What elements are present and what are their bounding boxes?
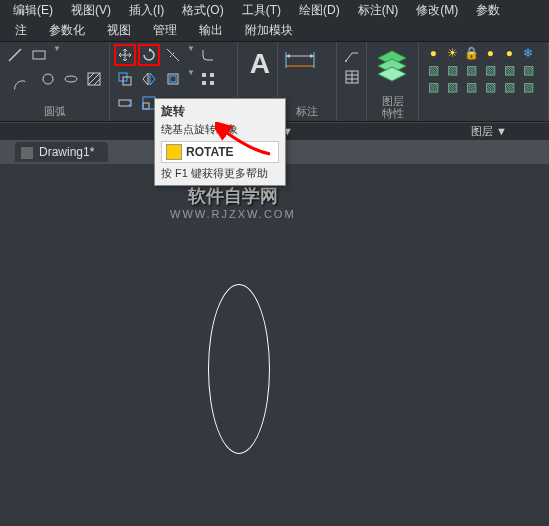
tooltip-rotate: 旋转 绕基点旋转对象 ROTATE 按 F1 键获得更多帮助 xyxy=(154,98,286,186)
stretch-icon[interactable] xyxy=(114,92,136,114)
rotate-icon[interactable] xyxy=(138,44,160,66)
layer-properties-icon[interactable] xyxy=(371,44,413,86)
layer-stack-icon[interactable]: ▧ xyxy=(463,80,479,94)
mirror-icon[interactable] xyxy=(138,68,160,90)
hatch-icon[interactable] xyxy=(84,68,105,90)
layer-stack-icon[interactable]: ▧ xyxy=(501,80,517,94)
offset-icon[interactable] xyxy=(162,68,184,90)
layer-toggle-icon[interactable]: ▧ xyxy=(520,63,536,77)
sun-icon[interactable]: ☀ xyxy=(444,46,460,60)
svg-rect-14 xyxy=(202,73,206,77)
copy-icon[interactable] xyxy=(114,68,136,90)
dropdown-icon[interactable]: ▼ xyxy=(53,44,61,66)
svg-point-2 xyxy=(43,74,53,84)
fillet-icon[interactable] xyxy=(197,44,219,66)
drawing-canvas[interactable]: 软件自学网 WWW.RJZXW.COM xyxy=(0,164,549,524)
svg-line-6 xyxy=(88,73,100,85)
svg-rect-19 xyxy=(143,103,149,109)
watermark-url: WWW.RJZXW.COM xyxy=(170,208,296,220)
ribbon-group-layer-props: 图层 特性 xyxy=(367,42,419,121)
tooltip-title: 旋转 xyxy=(161,103,279,120)
svg-line-0 xyxy=(9,49,21,61)
menu-insert[interactable]: 插入(I) xyxy=(121,0,172,21)
svg-point-30 xyxy=(345,60,347,62)
ribbon-group-layers: ● ☀ 🔒 ● ● ❄ ▧ ▧ ▧ ▧ ▧ ▧ ▧ ▧ ▧ ▧ ▧ ▧ xyxy=(419,42,549,121)
ribbon-tabs: 注 参数化 视图 管理 输出 附加模块 xyxy=(0,20,549,42)
watermark-text: 软件自学网 xyxy=(170,184,296,208)
layer-match-icon[interactable]: ▧ xyxy=(501,63,517,77)
tooltip-description: 绕基点旋转对象 xyxy=(161,122,279,137)
ribbon-group-leader xyxy=(337,42,367,121)
svg-rect-13 xyxy=(170,76,176,82)
menu-view[interactable]: 视图(V) xyxy=(63,0,119,21)
dropdown-icon[interactable]: ▼ xyxy=(187,44,195,66)
watermark: 软件自学网 WWW.RJZXW.COM xyxy=(170,184,296,220)
tab-manage[interactable]: 管理 xyxy=(143,20,187,41)
menu-modify[interactable]: 修改(M) xyxy=(408,0,466,21)
tooltip-command-text: ROTATE xyxy=(186,145,234,159)
tab-parametric[interactable]: 参数化 xyxy=(39,20,95,41)
freeze-icon[interactable]: ❄ xyxy=(520,46,536,60)
tab-view[interactable]: 视图 xyxy=(97,20,141,41)
group-label-arc: 圆弧 xyxy=(44,104,66,119)
group-label-layer-props: 图层 特性 xyxy=(382,95,404,119)
document-tab[interactable]: Drawing1* xyxy=(15,142,108,162)
array-icon[interactable] xyxy=(197,68,219,90)
bulb-icon[interactable]: ● xyxy=(482,46,498,60)
layer-stack-icon[interactable]: ▧ xyxy=(482,80,498,94)
dropdown-icon[interactable]: ▼ xyxy=(187,68,195,90)
layer-stack-icon[interactable]: ▧ xyxy=(425,63,441,77)
layer-stack-icon[interactable]: ▧ xyxy=(444,63,460,77)
layer-stack-icon[interactable]: ▧ xyxy=(425,80,441,94)
lock-icon[interactable]: 🔒 xyxy=(463,46,479,60)
svg-rect-1 xyxy=(33,51,45,59)
layer-stack-icon[interactable]: ▧ xyxy=(482,63,498,77)
svg-line-8 xyxy=(167,49,179,61)
svg-rect-15 xyxy=(210,73,214,77)
command-icon xyxy=(166,144,182,160)
svg-line-7 xyxy=(94,79,100,85)
menu-edit[interactable]: 编辑(E) xyxy=(5,0,61,21)
bulb-on-icon[interactable]: ● xyxy=(425,46,441,60)
layer-stack-icon[interactable]: ▧ xyxy=(444,80,460,94)
dimension-icon[interactable] xyxy=(282,44,318,76)
group-label-dimension: 标注 xyxy=(296,104,318,119)
ellipse-shape[interactable] xyxy=(208,284,270,454)
tab-addon[interactable]: 附加模块 xyxy=(235,20,303,41)
tab-output[interactable]: 输出 xyxy=(189,20,233,41)
svg-line-5 xyxy=(88,73,94,79)
menu-tools[interactable]: 工具(T) xyxy=(234,0,289,21)
svg-rect-17 xyxy=(210,81,214,85)
svg-point-3 xyxy=(65,76,77,82)
menu-format[interactable]: 格式(O) xyxy=(174,0,231,21)
circle-icon[interactable] xyxy=(37,68,58,90)
ribbon-group-dimension: 标注 xyxy=(278,42,338,121)
layer-stack-icon[interactable]: ▧ xyxy=(463,63,479,77)
move-icon[interactable] xyxy=(114,44,136,66)
svg-rect-16 xyxy=(202,81,206,85)
table-icon[interactable] xyxy=(341,66,363,88)
layer-dropdown[interactable]: 图层 ▼ xyxy=(463,123,515,140)
ellipse-icon[interactable] xyxy=(60,68,81,90)
text-icon[interactable]: A xyxy=(242,44,273,84)
layer-stack-icon[interactable]: ▧ xyxy=(520,80,536,94)
menu-draw[interactable]: 绘图(D) xyxy=(291,0,348,21)
trim-icon[interactable] xyxy=(162,44,184,66)
rect-icon[interactable] xyxy=(28,44,50,66)
bulb-icon[interactable]: ● xyxy=(501,46,517,60)
tooltip-command: ROTATE xyxy=(161,141,279,163)
leader-icon[interactable] xyxy=(341,44,363,66)
menu-param[interactable]: 参数 xyxy=(468,0,508,21)
menu-dimension[interactable]: 标注(N) xyxy=(350,0,407,21)
menu-bar: 编辑(E) 视图(V) 插入(I) 格式(O) 工具(T) 绘图(D) 标注(N… xyxy=(0,0,549,20)
arc-icon[interactable] xyxy=(4,68,35,100)
line-icon[interactable] xyxy=(4,44,26,66)
tab-annotate[interactable]: 注 xyxy=(5,20,37,41)
ribbon-group-draw: ▼ 圆弧 xyxy=(0,42,110,121)
tooltip-help: 按 F1 键获得更多帮助 xyxy=(161,166,279,181)
